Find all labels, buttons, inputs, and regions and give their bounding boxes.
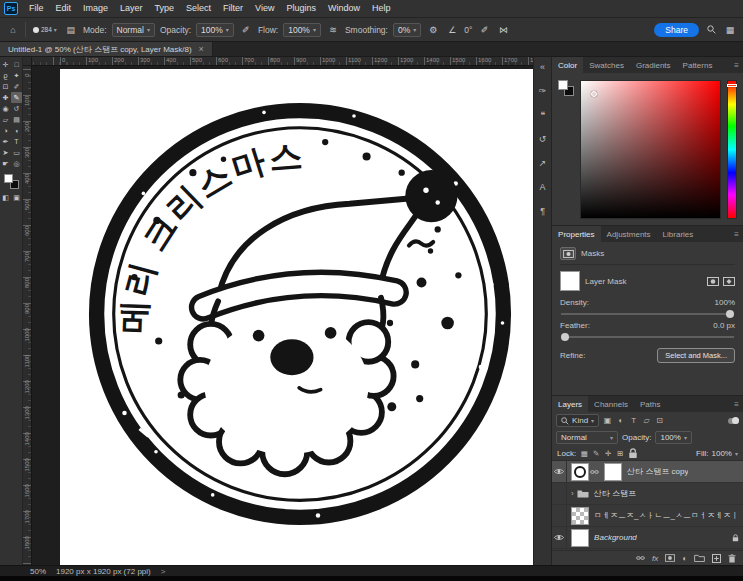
tab-libraries[interactable]: Libraries (657, 226, 700, 242)
ruler-left[interactable]: 0100200300400500600700800900100011001200… (23, 66, 32, 565)
menu-view[interactable]: View (249, 0, 280, 17)
pixel-layer-filter-icon[interactable]: ▣ (602, 415, 613, 427)
brush-preset-picker[interactable]: 284 ▾ (31, 26, 59, 33)
status-arrow-icon[interactable]: > (161, 567, 166, 576)
fill-value[interactable]: 100% (712, 449, 732, 458)
eraser-tool[interactable]: ▱ (0, 114, 11, 125)
layer-thumbnail[interactable] (571, 463, 589, 481)
link-layers-icon[interactable] (636, 554, 645, 562)
tab-paths[interactable]: Paths (634, 396, 666, 412)
close-icon[interactable]: × (199, 44, 204, 54)
crop-tool[interactable]: ⊡ (0, 81, 11, 92)
dodge-tool[interactable]: ◖ (11, 125, 22, 136)
panel-menu-icon[interactable]: ≡ (730, 57, 743, 73)
visibility-toggle[interactable] (552, 483, 567, 504)
adjustment-layer-filter-icon[interactable]: ◐ (615, 415, 626, 427)
brush-settings-icon[interactable]: ✑ (536, 84, 550, 97)
document-tab[interactable]: Untitled-1 @ 50% (산타 스탬프 copy, Layer Mas… (0, 42, 213, 56)
color-swatches-mini[interactable] (558, 80, 574, 96)
foreground-color-swatch[interactable] (558, 80, 568, 90)
color-swatches[interactable] (4, 174, 19, 189)
delete-layer-icon[interactable] (728, 554, 736, 563)
screen-mode-icon[interactable]: ▣ (11, 192, 22, 203)
home-icon[interactable]: ⌂ (6, 22, 20, 38)
tab-properties[interactable]: Properties (552, 226, 600, 242)
quick-selection-tool[interactable]: ✦ (11, 70, 22, 81)
visibility-toggle[interactable] (552, 505, 567, 526)
brush-panel-toggle-icon[interactable]: ▤ (64, 22, 78, 38)
hue-slider[interactable] (727, 80, 737, 219)
clone-stamp-tool[interactable]: ◉ (0, 103, 11, 114)
quick-mask-mode-icon[interactable]: ◧ (0, 192, 11, 203)
density-slider[interactable] (561, 313, 734, 315)
lock-transparency-icon[interactable]: ▦ (579, 448, 589, 459)
document-canvas[interactable]: 메리 크리스마스 (60, 69, 533, 565)
history-brush-tool[interactable]: ↺ (11, 103, 22, 114)
pressure-size-icon[interactable]: ✐ (477, 22, 491, 38)
layer-opacity-select[interactable]: 100% ▾ (655, 431, 691, 444)
brush-angle-value[interactable]: 0° (464, 25, 472, 35)
tab-color[interactable]: Color (552, 57, 583, 73)
paragraph-panel-icon[interactable]: ¶ (536, 204, 550, 217)
feather-value[interactable]: 0.0 px (713, 321, 735, 330)
color-field-marker[interactable] (591, 91, 597, 97)
vector-mask-icon[interactable] (723, 277, 735, 286)
opacity-select[interactable]: 100% ▾ (196, 23, 234, 37)
hue-slider-marker[interactable] (727, 84, 737, 87)
add-mask-icon[interactable] (665, 554, 675, 562)
search-icon[interactable] (704, 22, 718, 38)
path-selection-tool[interactable]: ➤ (0, 147, 11, 158)
lock-artboard-icon[interactable]: ⊞ (615, 448, 625, 459)
airbrush-icon[interactable]: ≋ (326, 22, 340, 38)
layer-thumbnail[interactable] (571, 507, 589, 525)
shape-layer-filter-icon[interactable]: ▱ (641, 415, 652, 427)
feather-slider-knob[interactable] (561, 333, 569, 341)
blend-mode-select[interactable]: Normal ▾ (112, 23, 155, 37)
eyedropper-tool[interactable]: ✐ (11, 81, 22, 92)
tab-channels[interactable]: Channels (588, 396, 634, 412)
healing-brush-tool[interactable]: ✚ (0, 92, 11, 103)
menu-image[interactable]: Image (77, 0, 114, 17)
density-slider-knob[interactable] (726, 310, 734, 318)
smoothing-settings-gear-icon[interactable]: ⚙ (426, 22, 440, 38)
type-layer-filter-icon[interactable]: T (628, 415, 639, 427)
new-layer-icon[interactable] (712, 554, 721, 563)
density-value[interactable]: 100% (715, 298, 735, 307)
history-icon[interactable]: ↺ (536, 132, 550, 145)
marquee-tool[interactable]: □ (11, 59, 22, 70)
smoothing-select[interactable]: 0% ▾ (393, 23, 421, 37)
brush-tool[interactable]: ✎ (11, 92, 22, 103)
layer-effects-icon[interactable]: fx (652, 554, 658, 563)
panel-menu-icon[interactable]: ≡ (730, 226, 743, 242)
new-group-icon[interactable] (694, 554, 705, 562)
menu-select[interactable]: Select (180, 0, 217, 17)
share-button[interactable]: Share (654, 23, 699, 37)
menu-layer[interactable]: Layer (114, 0, 149, 17)
layer-mask-thumbnail[interactable] (560, 271, 580, 291)
character-panel-icon[interactable]: A (536, 180, 550, 193)
feather-slider[interactable] (561, 336, 734, 338)
adjustment-layer-icon[interactable]: ◐ (682, 554, 687, 563)
layer-row-background[interactable]: Background (552, 527, 743, 549)
zoom-tool[interactable]: ◎ (11, 158, 22, 169)
hand-tool[interactable]: ☛ (0, 158, 11, 169)
layer-thumbnail[interactable] (571, 529, 589, 547)
menu-help[interactable]: Help (366, 0, 397, 17)
visibility-toggle[interactable] (552, 527, 567, 548)
menu-filter[interactable]: Filter (217, 0, 249, 17)
lock-image-icon[interactable]: ✎ (591, 448, 601, 459)
menu-type[interactable]: Type (149, 0, 181, 17)
menu-plugins[interactable]: Plugins (280, 0, 322, 17)
menu-edit[interactable]: Edit (50, 0, 78, 17)
select-and-mask-button[interactable]: Select and Mask... (657, 348, 735, 363)
menu-file[interactable]: File (23, 0, 50, 17)
move-tool[interactable]: ✛ (0, 59, 11, 70)
collapse-panels-icon[interactable]: « (536, 60, 550, 73)
ruler-top[interactable]: 0100200300400500600700800900100011001200… (32, 57, 533, 66)
tab-adjustments[interactable]: Adjustments (601, 226, 657, 242)
pixel-mask-icon[interactable] (707, 277, 719, 286)
lock-all-icon[interactable] (628, 448, 638, 459)
tab-layers[interactable]: Layers (552, 396, 588, 412)
layer-row-santa-stamp-copy[interactable]: 산타 스탬프 copy (552, 461, 743, 483)
type-tool[interactable]: T (11, 136, 22, 147)
